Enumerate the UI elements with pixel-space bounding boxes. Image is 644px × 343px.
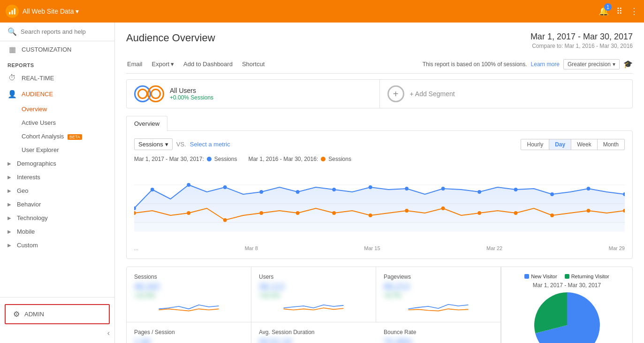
notification-bell[interactable]: 🔔 1	[599, 6, 609, 16]
gear-icon: ⚙	[13, 310, 20, 319]
beta-badge: BETA	[68, 134, 82, 140]
metric-selector: Sessions ▾ VS. Select a metric	[134, 138, 230, 150]
svg-point-13	[296, 190, 300, 194]
returning-visitor-label: Returning Visitor	[571, 274, 609, 279]
app-logo	[6, 5, 19, 18]
tab-hourly[interactable]: Hourly	[521, 139, 549, 150]
content-header: Audience Overview Mar 1, 2017 - Mar 30, …	[126, 32, 633, 49]
expand-arrow-interests: ▶	[8, 175, 11, 180]
mobile-label: Mobile	[17, 228, 35, 235]
line-chart: ... Mar 8 Mar 15 Mar 22 Mar 29	[134, 166, 625, 251]
export-dropdown-arrow: ▾	[171, 61, 174, 68]
customization-icon: ▦	[8, 45, 17, 54]
svg-point-17	[441, 187, 445, 191]
technology-label: Technology	[17, 214, 48, 221]
sidebar-item-geo[interactable]: ▶ Geo	[0, 184, 114, 198]
metric-users: Users 38,112 +10.1%	[251, 267, 376, 322]
vs-label: VS.	[176, 141, 186, 148]
metric-pageviews: Pageviews 89,213 +8.7%	[376, 267, 501, 322]
metric-avg-session-value: 00:01:24	[259, 337, 369, 343]
svg-rect-1	[12, 10, 13, 15]
metric-users-title: Users	[259, 274, 368, 280]
svg-point-20	[550, 192, 554, 196]
metric-pageviews-title: Pageviews	[384, 274, 493, 280]
sidebar-item-behavior[interactable]: ▶ Behavior	[0, 198, 114, 211]
metric-dropdown[interactable]: Sessions ▾	[134, 138, 173, 150]
more-options-icon[interactable]: ⋮	[630, 6, 638, 16]
add-dashboard-button[interactable]: Add to Dashboard	[182, 59, 234, 69]
tab-overview[interactable]: Overview	[126, 116, 167, 131]
realtime-icon: ⏱	[8, 74, 17, 82]
customization-label: CUSTOMIZATION	[22, 46, 71, 53]
pie-svg	[534, 292, 600, 343]
sidebar-item-interests[interactable]: ▶ Interests	[0, 170, 114, 184]
legend-metric-2017: Sessions	[214, 156, 237, 162]
precision-dropdown-arrow: ▾	[613, 61, 615, 68]
notification-badge: 1	[604, 3, 612, 11]
segment-add[interactable]: + + Add Segment	[380, 80, 633, 108]
collapse-sidebar-button[interactable]: ‹	[0, 327, 114, 339]
date-range-main: Mar 1, 2017 - Mar 30, 2017	[530, 32, 633, 42]
tab-week[interactable]: Week	[571, 139, 597, 150]
metric-pageviews-chart	[384, 299, 493, 314]
shortcut-button[interactable]: Shortcut	[241, 59, 265, 69]
date-range-container: Mar 1, 2017 - Mar 30, 2017 Compare to: M…	[530, 32, 633, 49]
page-title: Audience Overview	[126, 32, 215, 44]
metric-avg-session-title: Avg. Session Duration	[259, 329, 369, 335]
tab-month[interactable]: Month	[598, 139, 624, 150]
svg-point-33	[514, 211, 518, 215]
sidebar-sub-user-explorer[interactable]: User Explorer	[0, 143, 114, 157]
sidebar-item-demographics[interactable]: ▶ Demographics	[0, 157, 114, 170]
sidebar-item-technology[interactable]: ▶ Technology	[0, 211, 114, 225]
legend-date-2017: Mar 1, 2017 - Mar 30, 2017:	[134, 156, 204, 162]
legend-date-2016: Mar 1, 2016 - Mar 30, 2016:	[248, 156, 318, 162]
svg-point-32	[477, 211, 481, 215]
metric-dropdown-arrow: ▾	[165, 141, 168, 148]
help-icon[interactable]: 🎓	[623, 60, 633, 69]
toolbar-right: This report is based on 100% of sessions…	[423, 59, 633, 69]
select-metric[interactable]: Select a metric	[190, 141, 230, 148]
x-label-mar15: Mar 15	[364, 245, 380, 251]
metric-pages-session-title: Pages / Session	[134, 329, 243, 335]
admin-button[interactable]: ⚙ ADMIN	[5, 304, 110, 324]
sidebar-item-audience[interactable]: 👤 AUDIENCE	[0, 86, 114, 102]
sidebar-item-mobile[interactable]: ▶ Mobile	[0, 225, 114, 238]
behavior-label: Behavior	[17, 201, 41, 208]
learn-more-link[interactable]: Learn more	[531, 61, 560, 68]
svg-point-12	[259, 190, 263, 194]
sidebar-item-customization[interactable]: ▦ CUSTOMIZATION	[0, 41, 114, 58]
svg-point-27	[296, 211, 300, 215]
topbar-left: All Web Site Data ▾	[6, 5, 79, 18]
site-dropdown-arrow[interactable]: ▾	[76, 8, 79, 15]
demographics-label: Demographics	[17, 160, 56, 167]
sidebar-bottom: ⚙ ADMIN ‹	[0, 297, 114, 343]
expand-arrow-mobile: ▶	[8, 229, 11, 234]
toolbar-left: Email Export ▾ Add to Dashboard Shortcut	[126, 59, 265, 69]
sidebar-search-bar[interactable]: 🔍	[0, 23, 114, 41]
time-tabs: Hourly Day Week Month	[521, 139, 625, 150]
sidebar-sub-active-users[interactable]: Active Users	[0, 116, 114, 130]
sidebar-sub-overview[interactable]: Overview	[0, 102, 114, 116]
svg-point-11	[223, 185, 227, 189]
pie-chart-container: New Visitor Returning Visitor Mar 1, 201…	[501, 267, 632, 343]
svg-point-29	[369, 213, 372, 217]
sidebar-item-realtime[interactable]: ⏱ REAL-TIME	[0, 70, 114, 86]
realtime-label: REAL-TIME	[22, 75, 54, 82]
sidebar-sub-cohort[interactable]: Cohort Analysis BETA	[0, 130, 114, 143]
metric-pages-session: Pages / Session 1.84 -1.2%	[127, 322, 251, 343]
x-label-mar29: Mar 29	[609, 245, 625, 251]
precision-dropdown[interactable]: Greater precision ▾	[563, 59, 620, 69]
collapse-icon: ‹	[107, 329, 110, 337]
search-input[interactable]	[21, 28, 107, 35]
segment-all-users[interactable]: All Users +0.00% Sessions	[127, 80, 380, 108]
export-button[interactable]: Export ▾	[151, 59, 175, 69]
svg-point-28	[332, 211, 336, 215]
metric-sessions-title: Sessions	[134, 274, 243, 280]
email-button[interactable]: Email	[126, 59, 144, 69]
tab-day[interactable]: Day	[549, 139, 571, 150]
metric-users-value: 38,112	[259, 282, 368, 292]
apps-grid-icon[interactable]: ⠿	[616, 6, 622, 16]
site-selector[interactable]: All Web Site Data ▾	[23, 8, 79, 15]
sidebar-item-custom[interactable]: ▶ Custom	[0, 238, 114, 252]
svg-point-25	[223, 218, 227, 222]
